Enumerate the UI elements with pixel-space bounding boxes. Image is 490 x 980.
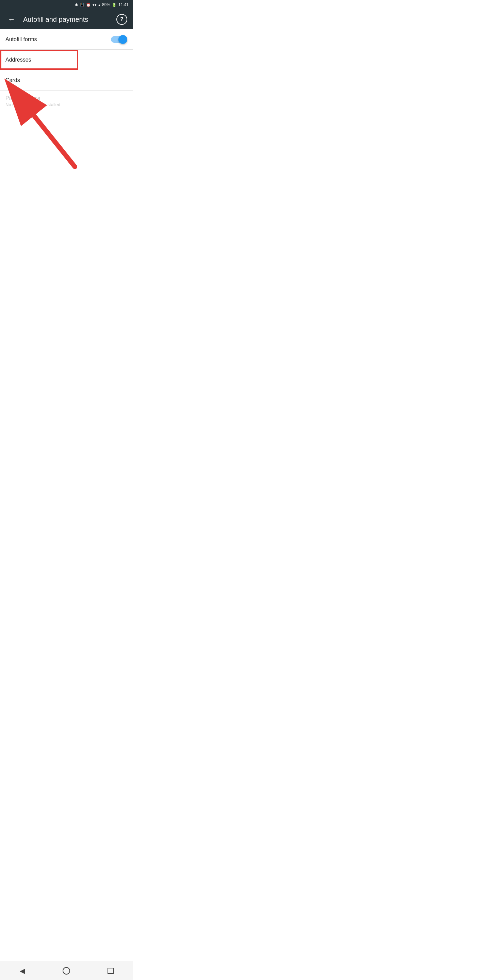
payment-apps-label: Payment apps bbox=[5, 95, 60, 102]
status-icons: ✱ 📳 ⏰ ▾▾ ▴ 89% 🔋 11:41 bbox=[75, 2, 129, 7]
help-icon: ? bbox=[120, 16, 124, 22]
status-bar: ✱ 📳 ⏰ ▾▾ ▴ 89% 🔋 11:41 bbox=[0, 0, 133, 10]
page-title: Autofill and payments bbox=[23, 16, 111, 24]
help-button[interactable]: ? bbox=[116, 14, 127, 25]
bluetooth-icon: ✱ bbox=[75, 3, 78, 7]
autofill-forms-row[interactable]: Autofill forms bbox=[0, 29, 133, 50]
back-icon: ← bbox=[8, 15, 15, 24]
vibrate-icon: 📳 bbox=[80, 3, 84, 7]
cards-row[interactable]: Cards bbox=[0, 70, 133, 91]
alarm-icon: ⏰ bbox=[86, 3, 91, 7]
battery-icon: 🔋 bbox=[112, 3, 117, 7]
addresses-label: Addresses bbox=[5, 57, 31, 63]
cards-label: Cards bbox=[5, 77, 20, 83]
autofill-toggle[interactable] bbox=[111, 35, 127, 44]
payment-apps-sublabel: No supported apps installed bbox=[5, 102, 60, 107]
wifi-icon: ▾▾ bbox=[92, 3, 97, 7]
addresses-row[interactable]: Addresses bbox=[0, 50, 133, 70]
toggle-thumb bbox=[118, 35, 127, 44]
battery-text: 89% bbox=[102, 2, 110, 7]
svg-line-1 bbox=[34, 116, 75, 167]
payment-apps-row: Payment apps No supported apps installed bbox=[0, 91, 133, 112]
autofill-forms-label: Autofill forms bbox=[5, 37, 111, 43]
annotation-container bbox=[0, 112, 133, 187]
payment-apps-content: Payment apps No supported apps installed bbox=[5, 95, 60, 107]
app-bar: ← Autofill and payments ? bbox=[0, 10, 133, 29]
time-text: 11:41 bbox=[118, 2, 129, 7]
back-button[interactable]: ← bbox=[5, 13, 18, 25]
main-content: Autofill forms Addresses Cards Payment a… bbox=[0, 29, 133, 206]
signal-icon: ▴ bbox=[98, 3, 100, 7]
